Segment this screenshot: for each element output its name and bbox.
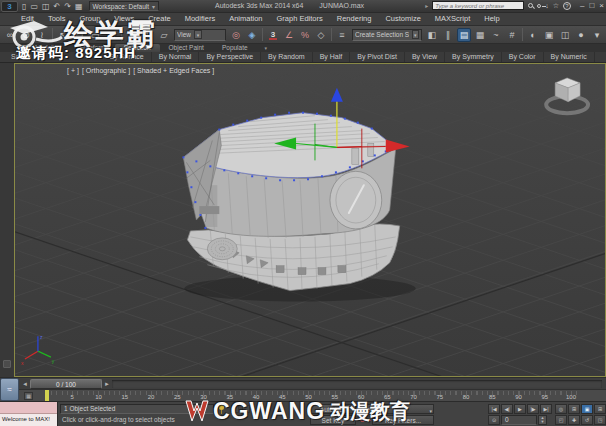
tab-selection[interactable]: Selection [115,44,160,52]
ribbon-button-select[interactable]: Select [4,52,38,62]
render-setup-icon[interactable]: ▣ [542,28,556,42]
percent-snap-toggle-icon[interactable]: % [298,28,312,42]
track-bar-mini-icon[interactable]: ▦ [24,392,33,400]
macro-recorder-line[interactable] [0,402,57,414]
gizmo-z-arrow[interactable] [331,88,343,102]
key-mode-toggle-button[interactable]: ⊙ [488,415,500,425]
reference-coordinate-system-dropdown[interactable]: View▾ [174,29,226,41]
viewport-shading-menu[interactable]: [ Shaded + Edged Faces ] [133,67,214,74]
menu-modifiers[interactable]: Modifiers [178,13,222,25]
menu-maxscript[interactable]: MAXScript [428,13,477,25]
curve-editor-icon[interactable]: ~ [489,28,503,42]
set-keys-key-icon[interactable] [360,417,365,422]
maxscript-mini-listener[interactable]: Welcome to MAX! [0,402,58,426]
ribbon-button-by-normal[interactable]: By Normal [152,52,200,62]
set-key-button[interactable]: Set Key [310,415,356,425]
select-and-manipulate-icon[interactable]: ◈ [245,28,259,42]
project-folder-icon[interactable]: ▦ [75,1,83,12]
pan-view-icon[interactable]: ✚ [568,415,580,425]
bind-to-space-warp-icon[interactable]: ≀ [35,28,49,42]
ribbon-button-by-surface[interactable]: By Surface [102,52,151,62]
zoom-icon[interactable]: ◎ [555,404,567,414]
menu-animation[interactable]: Animation [222,13,269,25]
viewport-nav-menu[interactable]: [ + ] [67,67,79,74]
boat-model-mesh[interactable] [182,88,415,302]
align-icon[interactable]: ∥ [441,28,455,42]
open-mini-curve-editor-button[interactable]: ≈ [0,378,19,401]
layer-manager-icon[interactable]: ▤ [457,28,471,42]
favorites-star-icon[interactable]: ☆ [553,1,559,10]
current-time-field[interactable]: 0 [501,415,537,425]
restore-button[interactable]: □ [589,1,594,10]
menu-customize[interactable]: Customize [378,13,427,25]
graphite-ribbon-toggle-icon[interactable]: ▦ [473,28,487,42]
help-icon[interactable]: ? [563,2,571,10]
selection-lock-pin-icon[interactable] [219,405,224,410]
tab-freeform[interactable]: Freeform [70,44,114,52]
maximize-viewport-toggle-icon[interactable]: ◳ [594,415,606,425]
viewport-canvas[interactable]: x y z [15,64,605,376]
open-file-icon[interactable]: ▭ [30,1,38,12]
frame-forward-arrow[interactable]: ► [103,380,111,389]
new-scene-icon[interactable]: ▯ [22,1,26,12]
render-flyout-caret-icon[interactable]: ▾ [590,28,604,42]
view-cube[interactable] [546,78,588,113]
tab-populate[interactable]: Populate [213,44,257,52]
ribbon-button-by-symmetry[interactable]: By Symmetry [445,52,502,62]
play-button[interactable]: ▶ [514,404,526,414]
next-frame-button[interactable]: |▶ [527,404,539,414]
render-production-icon[interactable]: ● [574,28,588,42]
tab-modeling[interactable]: Modeling [26,44,70,52]
key-mode-dropdown[interactable]: Selected ▾ [358,404,434,414]
menu-edit[interactable]: Edit [14,13,41,25]
use-pivot-point-center-icon[interactable]: ◎ [229,28,243,42]
frame-back-arrow[interactable]: ◄ [21,380,29,389]
chevron-down-icon[interactable]: ▾ [194,30,202,39]
menu-rendering[interactable]: Rendering [330,13,379,25]
tab-object-paint[interactable]: Object Paint [160,44,213,52]
undo-icon[interactable]: ↶ [54,1,61,12]
orbit-icon[interactable]: ↺ [581,415,593,425]
schematic-view-icon[interactable]: # [505,28,519,42]
close-button[interactable]: × [599,1,604,10]
search-input[interactable] [432,1,524,10]
workspace-dropdown[interactable]: Workspace: Default ▾ [89,1,159,11]
menu-tools[interactable]: Tools [41,13,73,25]
mirror-icon[interactable]: ◧ [425,28,439,42]
rendered-frame-window-icon[interactable]: ◫ [558,28,572,42]
snaps-toggle-3d-icon[interactable]: 3 [266,28,280,42]
unlink-selection-icon[interactable]: ⊘ [19,28,33,42]
menu-graph-editors[interactable]: Graph Editors [270,13,330,25]
previous-frame-button[interactable]: ◀| [501,404,513,414]
window-crossing-icon[interactable]: ◫ [104,28,118,42]
key-filters-button[interactable]: Key Filters... [372,415,434,425]
select-and-scale-icon[interactable]: ▱ [157,28,171,42]
save-file-icon[interactable]: ◫ [42,1,50,12]
auto-key-button[interactable]: Auto Key [310,404,356,414]
time-ruler[interactable]: ▦ 51015202530354045505560657075808590951… [0,389,606,401]
ribbon-button-by-numeric[interactable]: By Numeric [544,52,595,62]
ribbon-button-by-pivot-dist[interactable]: By Pivot Dist [350,52,405,62]
go-to-end-button[interactable]: ▶| [540,404,552,414]
time-spinner[interactable]: ▲▼ [538,415,547,425]
zoom-extents-icon[interactable]: ▣ [581,404,593,414]
select-and-move-icon[interactable]: + [125,28,139,42]
menu-views[interactable]: Views [107,13,141,25]
time-slider[interactable]: 0 / 100 [30,379,102,389]
ribbon-button-by-view[interactable]: By View [405,52,445,62]
edit-named-selection-sets-icon[interactable]: ≡ [335,28,349,42]
select-by-name-icon[interactable]: ▤ [72,28,86,42]
ribbon-button-by-color[interactable]: By Color [502,52,544,62]
zoom-extents-all-icon[interactable]: ⊞ [594,404,606,414]
rectangular-selection-region-icon[interactable]: ▭ [88,28,102,42]
viewport-layout-tab-button[interactable] [3,360,11,368]
current-frame-marker[interactable] [45,390,49,401]
selection-lock-toggle-icon[interactable] [242,405,250,413]
application-menu-button[interactable]: 3 [1,1,18,12]
chevron-down-icon[interactable]: ▾ [412,30,419,39]
select-and-rotate-icon[interactable]: ↻ [141,28,155,42]
infocenter-collapse-icon[interactable]: ▸ [425,2,428,9]
workspace-caret-icon[interactable]: ▾ [152,4,155,10]
select-object-icon[interactable]: ↖ [56,28,70,42]
listener-line[interactable]: Welcome to MAX! [0,414,57,426]
